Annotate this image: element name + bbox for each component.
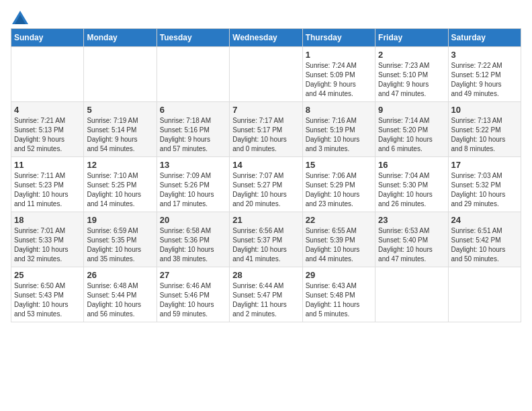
calendar-cell: 5Sunrise: 7:19 AM Sunset: 5:14 PM Daylig… — [84, 102, 157, 157]
day-number: 13 — [160, 160, 226, 170]
calendar-cell: 29Sunrise: 6:43 AM Sunset: 5:48 PM Dayli… — [302, 267, 375, 322]
calendar-cell: 13Sunrise: 7:09 AM Sunset: 5:26 PM Dayli… — [157, 157, 229, 212]
weekday-header: Friday — [375, 29, 448, 47]
calendar-cell: 19Sunrise: 6:59 AM Sunset: 5:35 PM Dayli… — [84, 212, 157, 267]
day-info: Sunrise: 7:21 AM Sunset: 5:13 PM Dayligh… — [14, 116, 81, 154]
calendar-cell — [157, 47, 229, 102]
weekday-header: Thursday — [302, 29, 375, 47]
calendar-cell: 2Sunrise: 7:23 AM Sunset: 5:10 PM Daylig… — [375, 47, 448, 102]
calendar-cell — [84, 47, 157, 102]
calendar-cell: 20Sunrise: 6:58 AM Sunset: 5:36 PM Dayli… — [157, 212, 229, 267]
day-number: 23 — [378, 215, 445, 225]
calendar-cell: 6Sunrise: 7:18 AM Sunset: 5:16 PM Daylig… — [157, 102, 229, 157]
day-info: Sunrise: 7:11 AM Sunset: 5:23 PM Dayligh… — [14, 171, 81, 209]
day-number: 25 — [14, 270, 81, 280]
calendar-cell — [448, 267, 521, 322]
calendar-cell: 9Sunrise: 7:14 AM Sunset: 5:20 PM Daylig… — [375, 102, 448, 157]
calendar-cell: 1Sunrise: 7:24 AM Sunset: 5:09 PM Daylig… — [302, 47, 375, 102]
day-number: 3 — [451, 50, 518, 60]
day-info: Sunrise: 7:07 AM Sunset: 5:27 PM Dayligh… — [232, 171, 299, 209]
day-info: Sunrise: 6:44 AM Sunset: 5:47 PM Dayligh… — [232, 281, 299, 319]
calendar-cell: 12Sunrise: 7:10 AM Sunset: 5:25 PM Dayli… — [84, 157, 157, 212]
calendar-week-row: 1Sunrise: 7:24 AM Sunset: 5:09 PM Daylig… — [11, 47, 521, 102]
day-info: Sunrise: 6:55 AM Sunset: 5:39 PM Dayligh… — [306, 226, 372, 264]
day-info: Sunrise: 7:06 AM Sunset: 5:29 PM Dayligh… — [306, 171, 372, 209]
day-number: 17 — [451, 160, 518, 170]
day-info: Sunrise: 7:16 AM Sunset: 5:19 PM Dayligh… — [306, 116, 372, 154]
weekday-header: Tuesday — [157, 29, 229, 47]
day-info: Sunrise: 6:56 AM Sunset: 5:37 PM Dayligh… — [232, 226, 299, 264]
day-number: 20 — [160, 215, 226, 225]
calendar-cell: 16Sunrise: 7:04 AM Sunset: 5:30 PM Dayli… — [375, 157, 448, 212]
calendar-week-row: 25Sunrise: 6:50 AM Sunset: 5:43 PM Dayli… — [11, 267, 521, 322]
calendar-cell: 28Sunrise: 6:44 AM Sunset: 5:47 PM Dayli… — [230, 267, 302, 322]
day-info: Sunrise: 7:01 AM Sunset: 5:33 PM Dayligh… — [14, 226, 81, 264]
day-info: Sunrise: 6:48 AM Sunset: 5:44 PM Dayligh… — [87, 281, 153, 319]
day-info: Sunrise: 6:50 AM Sunset: 5:43 PM Dayligh… — [14, 281, 81, 319]
day-info: Sunrise: 6:53 AM Sunset: 5:40 PM Dayligh… — [378, 226, 445, 264]
calendar-cell: 18Sunrise: 7:01 AM Sunset: 5:33 PM Dayli… — [11, 212, 84, 267]
day-info: Sunrise: 7:23 AM Sunset: 5:10 PM Dayligh… — [378, 61, 445, 99]
calendar-cell: 24Sunrise: 6:51 AM Sunset: 5:42 PM Dayli… — [448, 212, 521, 267]
calendar-week-row: 11Sunrise: 7:11 AM Sunset: 5:23 PM Dayli… — [11, 157, 521, 212]
day-number: 10 — [451, 105, 518, 115]
day-number: 16 — [378, 160, 445, 170]
day-info: Sunrise: 7:14 AM Sunset: 5:20 PM Dayligh… — [378, 116, 445, 154]
day-number: 5 — [87, 105, 153, 115]
day-info: Sunrise: 7:17 AM Sunset: 5:17 PM Dayligh… — [232, 116, 299, 154]
calendar-cell — [230, 47, 302, 102]
calendar-header-row: SundayMondayTuesdayWednesdayThursdayFrid… — [11, 29, 521, 47]
day-number: 14 — [232, 160, 299, 170]
calendar-cell: 8Sunrise: 7:16 AM Sunset: 5:19 PM Daylig… — [302, 102, 375, 157]
calendar-cell: 27Sunrise: 6:46 AM Sunset: 5:46 PM Dayli… — [157, 267, 229, 322]
day-number: 24 — [451, 215, 518, 225]
calendar-cell: 3Sunrise: 7:22 AM Sunset: 5:12 PM Daylig… — [448, 47, 521, 102]
weekday-header: Saturday — [448, 29, 521, 47]
day-info: Sunrise: 7:13 AM Sunset: 5:22 PM Dayligh… — [451, 116, 518, 154]
logo-icon — [12, 11, 28, 24]
calendar-cell: 17Sunrise: 7:03 AM Sunset: 5:32 PM Dayli… — [448, 157, 521, 212]
day-info: Sunrise: 7:19 AM Sunset: 5:14 PM Dayligh… — [87, 116, 153, 154]
page-header — [11, 11, 521, 20]
calendar-cell: 10Sunrise: 7:13 AM Sunset: 5:22 PM Dayli… — [448, 102, 521, 157]
calendar-cell: 23Sunrise: 6:53 AM Sunset: 5:40 PM Dayli… — [375, 212, 448, 267]
day-info: Sunrise: 6:58 AM Sunset: 5:36 PM Dayligh… — [160, 226, 226, 264]
day-info: Sunrise: 7:03 AM Sunset: 5:32 PM Dayligh… — [451, 171, 518, 209]
day-number: 8 — [306, 105, 372, 115]
logo — [11, 11, 28, 20]
day-number: 21 — [232, 215, 299, 225]
calendar-cell: 21Sunrise: 6:56 AM Sunset: 5:37 PM Dayli… — [230, 212, 302, 267]
day-number: 26 — [87, 270, 153, 280]
day-info: Sunrise: 7:10 AM Sunset: 5:25 PM Dayligh… — [87, 171, 153, 209]
calendar-week-row: 18Sunrise: 7:01 AM Sunset: 5:33 PM Dayli… — [11, 212, 521, 267]
day-number: 22 — [306, 215, 372, 225]
calendar-cell: 22Sunrise: 6:55 AM Sunset: 5:39 PM Dayli… — [302, 212, 375, 267]
calendar-cell: 25Sunrise: 6:50 AM Sunset: 5:43 PM Dayli… — [11, 267, 84, 322]
calendar-week-row: 4Sunrise: 7:21 AM Sunset: 5:13 PM Daylig… — [11, 102, 521, 157]
day-info: Sunrise: 6:59 AM Sunset: 5:35 PM Dayligh… — [87, 226, 153, 264]
day-number: 9 — [378, 105, 445, 115]
day-number: 27 — [160, 270, 226, 280]
calendar-cell: 15Sunrise: 7:06 AM Sunset: 5:29 PM Dayli… — [302, 157, 375, 212]
calendar-table: SundayMondayTuesdayWednesdayThursdayFrid… — [11, 28, 521, 322]
day-number: 2 — [378, 50, 445, 60]
day-number: 4 — [14, 105, 81, 115]
weekday-header: Monday — [84, 29, 157, 47]
day-number: 1 — [306, 50, 372, 60]
day-number: 7 — [232, 105, 299, 115]
calendar-cell: 26Sunrise: 6:48 AM Sunset: 5:44 PM Dayli… — [84, 267, 157, 322]
calendar-cell: 14Sunrise: 7:07 AM Sunset: 5:27 PM Dayli… — [230, 157, 302, 212]
day-number: 19 — [87, 215, 153, 225]
weekday-header: Wednesday — [230, 29, 302, 47]
day-info: Sunrise: 7:18 AM Sunset: 5:16 PM Dayligh… — [160, 116, 226, 154]
calendar-cell — [375, 267, 448, 322]
day-number: 29 — [306, 270, 372, 280]
day-info: Sunrise: 7:24 AM Sunset: 5:09 PM Dayligh… — [306, 61, 372, 99]
day-info: Sunrise: 7:04 AM Sunset: 5:30 PM Dayligh… — [378, 171, 445, 209]
day-number: 15 — [306, 160, 372, 170]
day-info: Sunrise: 6:43 AM Sunset: 5:48 PM Dayligh… — [306, 281, 372, 319]
day-info: Sunrise: 6:46 AM Sunset: 5:46 PM Dayligh… — [160, 281, 226, 319]
day-number: 11 — [14, 160, 81, 170]
day-info: Sunrise: 6:51 AM Sunset: 5:42 PM Dayligh… — [451, 226, 518, 264]
day-number: 28 — [232, 270, 299, 280]
